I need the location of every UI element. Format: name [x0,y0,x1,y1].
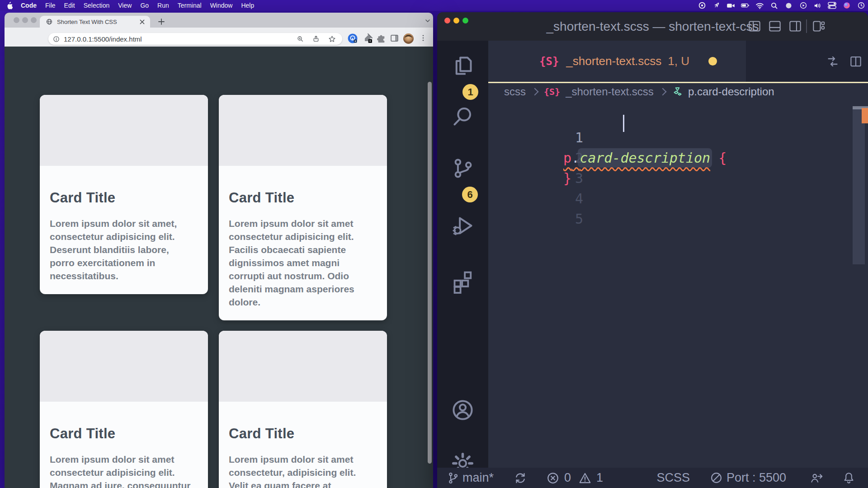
eyedropper-extension-icon[interactable] [362,33,373,44]
menu-selection[interactable]: Selection [84,2,110,9]
card-description: Lorem ipsum dolor sit amet consectetur, … [229,453,377,488]
page-scrollbar[interactable] [428,82,432,464]
explorer-badge: 1 [462,84,478,100]
menu-go[interactable]: Go [140,2,149,9]
window-close-button[interactable] [14,17,19,23]
split-editor-icon[interactable] [849,55,863,68]
card-title: Card Title [229,190,377,206]
menu-bar-status-icons [698,0,865,11]
card-image-placeholder [219,95,387,166]
titlebar-separator [806,19,807,33]
problems-item[interactable]: 0 1 [546,471,603,485]
web-page: Card Title Lorem ipsum dolor sit amet, c… [5,47,433,488]
tab-title: Shorten Text With CSS [57,19,117,25]
chevron-right-icon [531,88,539,96]
card-title: Card Title [229,426,377,442]
volume-icon[interactable] [813,1,822,10]
siri-icon[interactable] [842,1,851,10]
share-icon[interactable] [312,35,320,42]
menu-file[interactable]: File [45,2,56,9]
extensions-icon[interactable] [450,269,475,294]
language-mode[interactable]: SCSS [656,471,690,485]
url-text[interactable]: 127.0.0.1:5500/index.html [64,35,142,43]
side-panel-icon[interactable] [390,33,399,43]
card-image-placeholder [219,331,387,402]
macos-menu-bar: Code File Edit Selection View Go Run Ter… [0,0,868,11]
feedback-icon[interactable] [810,471,823,485]
record-icon[interactable] [698,1,706,10]
tab-favicon-globe-icon [46,19,52,25]
source-control-badge: 6 [462,187,478,202]
menu-edit[interactable]: Edit [64,2,75,9]
menu-run[interactable]: Run [157,2,169,9]
extensions-puzzle-icon[interactable] [376,33,386,43]
menu-terminal[interactable]: Terminal [178,2,202,9]
line-number: 5 [488,209,583,229]
explorer-icon[interactable] [450,53,475,78]
error-count: 0 [564,471,571,485]
battery-icon[interactable] [741,1,750,10]
editor-tab-active[interactable]: {S} _shorten-text.scss 1, U [488,41,746,82]
control-center-icon[interactable] [828,1,836,10]
search-icon[interactable] [450,104,475,129]
activity-bar: 1 6 [437,41,488,468]
clock-icon[interactable] [857,1,865,10]
tab-strip-chevron-icon[interactable] [425,18,430,23]
tab-problem-badge: 1, U [668,54,689,68]
run-debug-icon[interactable] [450,213,475,238]
browser-tab[interactable]: Shorten Text With CSS [40,16,150,28]
editor-scrollbar[interactable] [853,108,865,264]
new-tab-button[interactable] [158,19,165,25]
overflow-menu-icon[interactable] [419,34,427,42]
accounts-icon[interactable] [450,398,475,422]
split-right-layout-icon[interactable] [789,20,802,32]
code-editor[interactable]: 1 p.card-description { 2 } 3 4 5 [488,100,868,468]
card-description: Lorem ipsum dolor sit amet, consectetur … [50,217,198,282]
password-extension-icon[interactable] [347,33,358,44]
zoom-icon[interactable] [297,35,304,42]
window-minimize-button[interactable] [22,17,28,23]
menu-window[interactable]: Window [210,2,233,9]
live-server-port[interactable]: Port : 5500 [710,471,786,485]
card-image-placeholder [40,95,208,166]
panel-layout-icon[interactable] [769,20,781,32]
breadcrumb-folder[interactable]: scss [504,85,526,98]
warning-overview-mark [862,108,868,123]
spotlight-search-icon[interactable] [770,1,778,10]
browser-window: Shorten Text With CSS 127.0.0.1:5500/ind… [5,13,433,488]
video-camera-icon[interactable] [726,1,735,10]
apple-logo-icon[interactable] [6,2,13,9]
tab-file-name: _shorten-text.scss [566,54,661,68]
window-title: _shorten-text.scss — shorten-text-css [437,12,868,41]
profile-avatar[interactable] [403,33,414,44]
sync-icon[interactable] [514,471,527,485]
breadcrumb-file[interactable]: _shorten-text.scss [566,85,654,98]
bookmark-star-icon[interactable] [328,35,336,43]
editor-tab-bar: {S} _shorten-text.scss 1, U [488,41,868,82]
card: Card Title Lorem ipsum dolor sit amet co… [219,95,387,320]
vscode-title-bar[interactable]: _shorten-text.scss — shorten-text-css [437,12,868,41]
status-bar: main* 0 1 SCSS Port : 5500 [437,468,868,488]
wifi-icon[interactable] [755,1,764,10]
split-left-layout-icon[interactable] [748,20,761,32]
scss-file-icon: {S} [544,86,560,97]
open-changes-icon[interactable] [825,54,840,69]
git-branch-item[interactable]: main* [447,471,494,485]
card: Card Title Lorem ipsum dolor sit amet, c… [40,95,208,294]
menu-help[interactable]: Help [241,2,254,9]
screen-mirroring-icon[interactable] [799,1,807,10]
window-zoom-button[interactable] [31,17,37,23]
circle-app-icon[interactable] [784,1,793,10]
notifications-bell-icon[interactable] [842,471,855,484]
customize-layout-icon[interactable] [812,20,825,32]
tab-close-icon[interactable] [140,19,145,24]
card-description: Lorem ipsum dolor sit amet consectetur a… [229,217,377,309]
active-app-name[interactable]: Code [21,2,37,9]
menu-view[interactable]: View [118,2,132,9]
unsaved-dot-icon[interactable] [708,57,717,66]
address-bar[interactable]: 127.0.0.1:5500/index.html [48,33,342,45]
source-control-icon[interactable] [450,156,475,181]
rocket-icon[interactable] [712,1,721,10]
breadcrumb-symbol[interactable]: p.card-description [688,85,774,98]
site-info-icon[interactable] [53,36,60,42]
